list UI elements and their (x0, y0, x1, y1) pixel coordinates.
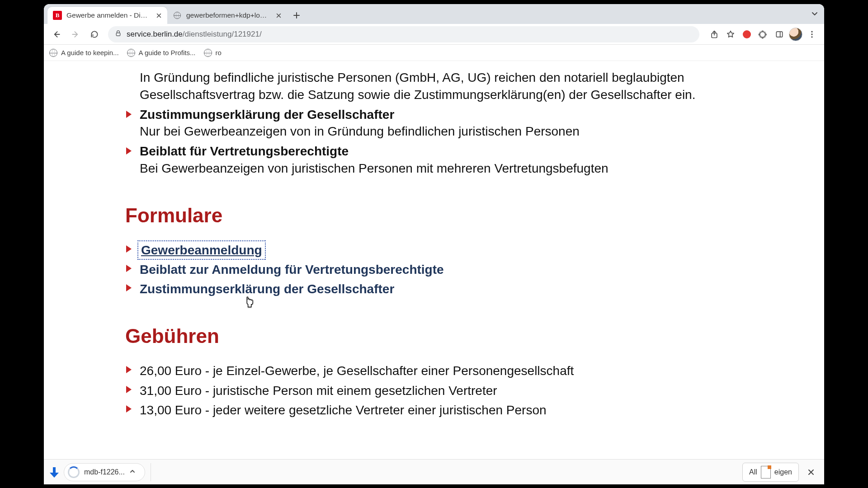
extension-red-icon[interactable] (739, 27, 755, 42)
bookmark-item[interactable]: A guide to Profits... (127, 49, 196, 57)
favicon-berlin: B (53, 11, 62, 20)
forward-button[interactable] (67, 26, 84, 42)
globe-icon (127, 49, 135, 57)
fee-item: 26,00 Euro - je Einzel-Gewerbe, je Gesel… (140, 362, 761, 380)
required-doc-title: Zustimmungserklärung der Gesellschafter (140, 106, 761, 123)
list-item: Zustimmungserklärung der Gesellschafter … (125, 106, 761, 141)
bookmarks-bar: A guide to keepin... A guide to Profits.… (44, 45, 824, 61)
new-tab-button[interactable] (290, 9, 303, 22)
url-text: service.berlin.de/dienstleistung/121921/ (127, 30, 693, 39)
globe-icon (204, 49, 212, 57)
download-item[interactable]: mdb-f1226... (64, 463, 145, 481)
tab-active[interactable]: B Gewerbe anmelden - Dienstle (47, 7, 167, 24)
share-icon[interactable] (707, 27, 722, 42)
svg-point-3 (811, 31, 812, 32)
extensions-icon[interactable] (755, 27, 771, 42)
list-item: Beiblatt für Vertretungsberechtigte Bei … (125, 143, 761, 177)
bookmark-label: ro (216, 49, 222, 56)
lock-icon (114, 29, 122, 39)
bookmark-star-icon[interactable] (723, 27, 738, 42)
list-item: 26,00 Euro - je Einzel-Gewerbe, je Gesel… (125, 362, 761, 380)
svg-point-5 (811, 36, 812, 38)
close-tab-icon[interactable] (155, 11, 163, 19)
list-item: Beiblatt zur Anmeldung für Vertretungsbe… (125, 261, 761, 278)
tab-title: Gewerbe anmelden - Dienstle (66, 11, 150, 19)
viewport: In Gründung befindliche juristische Pers… (44, 61, 824, 459)
chevron-up-icon[interactable] (129, 468, 136, 476)
svg-rect-2 (776, 32, 782, 37)
chrome-menu-icon[interactable] (804, 27, 820, 42)
toolbar: service.berlin.de/dienstleistung/121921/ (44, 24, 824, 45)
required-doc-desc: Bei Gewerbeanzeigen von juristischen Per… (140, 160, 761, 177)
bookmark-item[interactable]: A guide to keepin... (49, 49, 119, 57)
list-item: Zustimmungserklärung der Gesellschafter (125, 280, 761, 298)
show-all-label-post: eigen (774, 468, 792, 476)
required-doc-desc: In Gründung befindliche juristische Pers… (140, 69, 761, 103)
fee-item: 13,00 Euro - jeder weitere gesetzliche V… (140, 401, 761, 419)
browser-window: B Gewerbe anmelden - Dienstle gewerbefor… (44, 4, 824, 484)
fee-item: 31,00 Euro - juristische Person mit eine… (140, 382, 761, 399)
bookmark-label: A guide to keepin... (61, 49, 119, 56)
form-link[interactable]: Beiblatt zur Anmeldung für Vertretungsbe… (140, 263, 444, 277)
show-all-label-pre: All (749, 468, 757, 476)
form-link[interactable]: Zustimmungserklärung der Gesellschafter (140, 282, 394, 296)
close-tab-icon[interactable] (274, 11, 283, 19)
sidepanel-icon[interactable] (772, 27, 787, 42)
address-bar[interactable]: service.berlin.de/dienstleistung/121921/ (108, 26, 699, 42)
list-item: Gewerbeanmeldung (125, 241, 761, 259)
bookmark-item[interactable]: ro (204, 49, 222, 57)
download-shelf: mdb-f1226... All eigen (44, 459, 824, 484)
required-doc-desc: Nur bei Gewerbeanzeigen von in Gründung … (140, 123, 761, 140)
svg-point-4 (811, 33, 812, 35)
toolbar-right (707, 27, 820, 42)
show-all-downloads-button[interactable]: All eigen (742, 463, 799, 482)
forms-list: GewerbeanmeldungBeiblatt zur Anmeldung f… (125, 241, 761, 298)
download-arrow-icon (49, 467, 59, 477)
tab-strip: B Gewerbe anmelden - Dienstle gewerbefor… (44, 4, 824, 24)
section-heading-forms: Formulare (125, 204, 761, 227)
required-docs-list: Zustimmungserklärung der Gesellschafter … (125, 106, 761, 177)
download-filename: mdb-f1226... (84, 468, 125, 476)
back-button[interactable] (48, 26, 65, 42)
reload-button[interactable] (86, 26, 103, 42)
tab-title: gewerbeformen+kdp+low+con (186, 11, 270, 19)
file-thumb-icon (761, 466, 771, 479)
required-doc-title: Beiblatt für Vertretungsberechtigte (140, 143, 761, 160)
tab-inactive[interactable]: gewerbeformen+kdp+low+con (167, 7, 287, 24)
close-shelf-icon[interactable] (803, 465, 819, 480)
list-item: 31,00 Euro - juristische Person mit eine… (125, 382, 761, 399)
page-content[interactable]: In Gründung befindliche juristische Pers… (44, 61, 824, 459)
globe-icon (49, 49, 57, 57)
tabs-menu-icon[interactable] (811, 9, 819, 19)
section-heading-fees: Gebühren (125, 325, 761, 347)
bookmark-label: A guide to Profits... (139, 49, 196, 56)
fees-list: 26,00 Euro - je Einzel-Gewerbe, je Gesel… (125, 362, 761, 419)
download-spinner-icon (68, 466, 80, 478)
list-item: 13,00 Euro - jeder weitere gesetzliche V… (125, 401, 761, 419)
svg-rect-0 (116, 33, 120, 35)
profile-avatar[interactable] (788, 27, 803, 42)
favicon-globe (173, 11, 182, 20)
form-link[interactable]: Gewerbeanmeldung (140, 243, 264, 258)
